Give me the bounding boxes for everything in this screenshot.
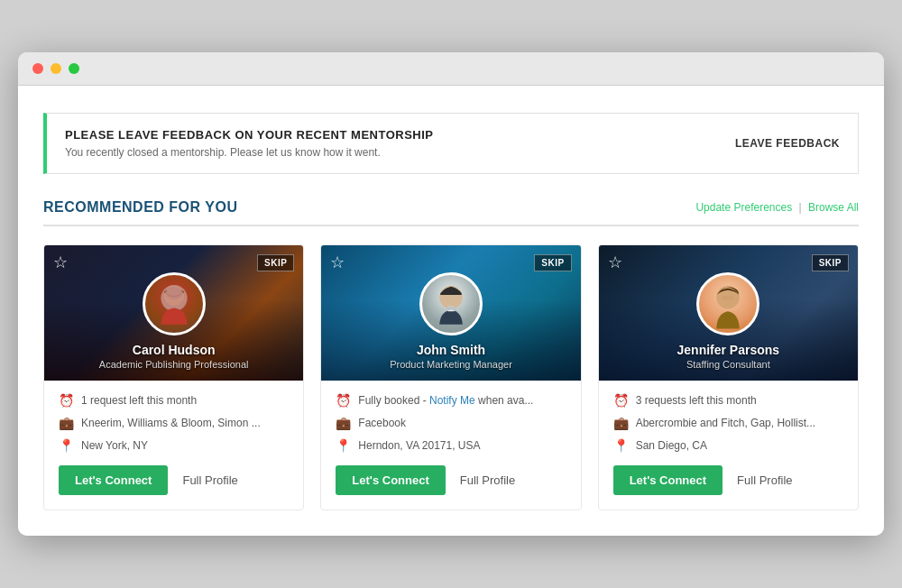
recommended-section-header: RECOMMENDED FOR YOU Update Preferences |… bbox=[43, 199, 859, 226]
john-availability: Fully booked - Notify Me when ava... bbox=[358, 394, 533, 407]
jennifer-company: Abercrombie and Fitch, Gap, Hollist... bbox=[636, 417, 815, 429]
carol-title: Academic Publishing Professional bbox=[99, 359, 249, 370]
skip-button-carol[interactable]: SKIP bbox=[257, 254, 294, 271]
clock-icon-jennifer: ⏰ bbox=[613, 393, 629, 408]
browse-all-link[interactable]: Browse All bbox=[808, 201, 859, 214]
john-company-row: 💼 Facebook bbox=[336, 416, 566, 430]
john-title: Product Marketing Manager bbox=[390, 359, 512, 370]
john-actions: Let's Connect Full Profile bbox=[336, 465, 566, 495]
mentor-card-jennifer: ☆ SKIP Je bbox=[598, 244, 859, 510]
card-image-jennifer: ☆ SKIP Je bbox=[599, 245, 858, 381]
jennifer-availability-row: ⏰ 3 requests left this month bbox=[613, 393, 843, 408]
carol-location-row: 📍 New York, NY bbox=[59, 438, 289, 453]
connect-btn-john[interactable]: Let's Connect bbox=[336, 465, 445, 495]
john-company: Facebook bbox=[358, 417, 406, 429]
clock-icon-john: ⏰ bbox=[336, 393, 351, 408]
browser-window: PLEASE LEAVE FEEDBACK ON YOUR RECENT MEN… bbox=[18, 52, 884, 536]
carol-company-row: 💼 Kneerim, Williams & Bloom, Simon ... bbox=[59, 416, 289, 430]
location-icon-john: 📍 bbox=[336, 438, 351, 453]
browser-chrome bbox=[18, 52, 884, 86]
feedback-banner-title: PLEASE LEAVE FEEDBACK ON YOUR RECENT MEN… bbox=[65, 128, 434, 142]
jennifer-availability: 3 requests left this month bbox=[636, 394, 757, 407]
mentor-card-carol: ☆ SKIP bbox=[43, 244, 304, 510]
mentor-cards-grid: ☆ SKIP bbox=[43, 244, 859, 510]
section-links: Update Preferences | Browse All bbox=[695, 201, 859, 214]
location-icon-carol: 📍 bbox=[59, 438, 74, 453]
skip-button-jennifer[interactable]: SKIP bbox=[812, 254, 849, 271]
leave-feedback-link[interactable]: LEAVE FEEDBACK bbox=[735, 137, 840, 150]
john-name: John Smith bbox=[417, 343, 485, 357]
jennifer-name: Jennifer Parsons bbox=[677, 343, 780, 357]
mentor-card-john: ☆ SKIP bbox=[320, 244, 581, 510]
carol-availability: 1 request left this month bbox=[81, 394, 197, 407]
feedback-banner-text: PLEASE LEAVE FEEDBACK ON YOUR RECENT MEN… bbox=[65, 128, 434, 159]
recommended-title: RECOMMENDED FOR YOU bbox=[43, 199, 237, 216]
card-body-carol: ⏰ 1 request left this month 💼 Kneerim, W… bbox=[44, 381, 303, 510]
briefcase-icon-jennifer: 💼 bbox=[613, 416, 629, 430]
briefcase-icon-john: 💼 bbox=[336, 416, 351, 430]
feedback-banner-subtitle: You recently closed a mentorship. Please… bbox=[65, 146, 434, 159]
carol-company: Kneerim, Williams & Bloom, Simon ... bbox=[81, 417, 261, 429]
profile-link-john[interactable]: Full Profile bbox=[460, 473, 515, 487]
clock-icon-carol: ⏰ bbox=[59, 393, 74, 408]
svg-point-4 bbox=[166, 287, 182, 300]
connect-btn-jennifer[interactable]: Let's Connect bbox=[613, 465, 723, 495]
john-availability-row: ⏰ Fully booked - Notify Me when ava... bbox=[336, 393, 566, 408]
notify-me-link[interactable]: Notify Me bbox=[429, 394, 475, 407]
separator: | bbox=[799, 201, 802, 214]
jennifer-title: Staffing Consultant bbox=[686, 359, 770, 370]
svg-point-10 bbox=[722, 296, 735, 300]
card-body-john: ⏰ Fully booked - Notify Me when ava... 💼… bbox=[321, 381, 580, 510]
connect-btn-carol[interactable]: Let's Connect bbox=[59, 465, 168, 495]
carol-location: New York, NY bbox=[81, 439, 148, 452]
card-image-carol: ☆ SKIP bbox=[44, 245, 303, 381]
location-icon-jennifer: 📍 bbox=[613, 438, 629, 453]
star-button-jennifer[interactable]: ☆ bbox=[608, 254, 622, 271]
card-image-john: ☆ SKIP bbox=[321, 245, 580, 381]
jennifer-company-row: 💼 Abercrombie and Fitch, Gap, Hollist... bbox=[613, 416, 843, 430]
dot-close[interactable] bbox=[32, 63, 43, 74]
john-location: Herndon, VA 20171, USA bbox=[358, 439, 480, 452]
carol-availability-row: ⏰ 1 request left this month bbox=[59, 393, 289, 408]
avatar-jennifer bbox=[696, 272, 759, 335]
avatar-carol bbox=[143, 272, 206, 335]
browser-content: PLEASE LEAVE FEEDBACK ON YOUR RECENT MEN… bbox=[18, 86, 884, 536]
skip-button-john[interactable]: SKIP bbox=[534, 254, 571, 271]
star-button-carol[interactable]: ☆ bbox=[53, 254, 68, 271]
dot-minimize[interactable] bbox=[51, 63, 61, 74]
card-body-jennifer: ⏰ 3 requests left this month 💼 Abercromb… bbox=[599, 381, 858, 510]
avatar-john bbox=[419, 272, 483, 335]
john-location-row: 📍 Herndon, VA 20171, USA bbox=[336, 438, 566, 453]
update-preferences-link[interactable]: Update Preferences bbox=[695, 201, 792, 214]
jennifer-actions: Let's Connect Full Profile bbox=[613, 465, 843, 495]
star-button-john[interactable]: ☆ bbox=[330, 254, 345, 271]
jennifer-location-row: 📍 San Diego, CA bbox=[613, 438, 843, 453]
profile-link-jennifer[interactable]: Full Profile bbox=[737, 473, 792, 487]
carol-name: Carol Hudson bbox=[133, 343, 216, 357]
briefcase-icon-carol: 💼 bbox=[59, 416, 74, 430]
carol-actions: Let's Connect Full Profile bbox=[59, 465, 289, 495]
jennifer-location: San Diego, CA bbox=[636, 439, 707, 452]
feedback-banner: PLEASE LEAVE FEEDBACK ON YOUR RECENT MEN… bbox=[43, 113, 859, 174]
dot-maximize[interactable] bbox=[69, 63, 79, 74]
profile-link-carol[interactable]: Full Profile bbox=[182, 473, 237, 487]
